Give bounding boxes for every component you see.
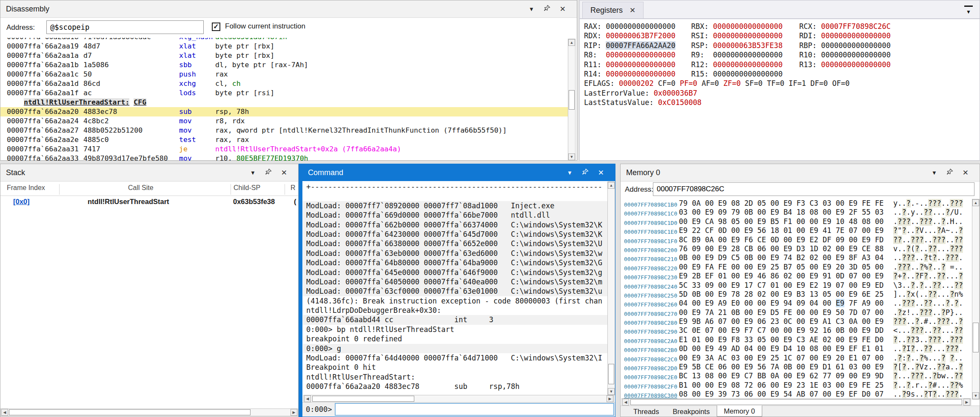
memory-byte[interactable]: E9 bbox=[757, 308, 766, 317]
memory-byte[interactable]: 79 bbox=[731, 208, 740, 216]
memory-byte[interactable]: 00 bbox=[809, 354, 818, 362]
memory-row[interactable]: 00007FF70898C2505D 0B 00 E9 78 28 02 00 … bbox=[621, 290, 973, 299]
memory-byte[interactable]: D0 bbox=[862, 390, 870, 398]
memory-byte[interactable]: AB bbox=[797, 390, 805, 398]
memory-byte[interactable]: 06 bbox=[757, 381, 766, 389]
memory-byte[interactable]: 25 bbox=[875, 381, 883, 389]
memory-byte[interactable]: 01 bbox=[783, 226, 792, 235]
memory-byte[interactable]: 00 bbox=[770, 381, 779, 389]
memory-byte[interactable]: 00 bbox=[770, 199, 779, 207]
close-icon[interactable]: ✕ bbox=[281, 169, 287, 176]
memory-byte[interactable]: 13 bbox=[692, 372, 701, 380]
memory-byte[interactable]: 09 bbox=[836, 372, 844, 380]
memory-byte[interactable]: 00 bbox=[705, 290, 713, 298]
memory-byte[interactable]: 5C bbox=[679, 281, 687, 289]
memory-byte[interactable]: 3D bbox=[849, 263, 858, 271]
memory-byte[interactable]: 01 bbox=[718, 272, 726, 280]
disassembly-vscrollbar[interactable]: ▲ ▼ bbox=[568, 39, 575, 161]
memory-byte[interactable]: E9 bbox=[770, 253, 779, 262]
memory-byte[interactable]: E9 bbox=[705, 299, 713, 307]
memory-byte[interactable]: 06 bbox=[757, 317, 766, 326]
disasm-row[interactable]: 00007ffa`66a2aa204883ec78subrsp, 78h bbox=[0, 107, 568, 116]
memory-row[interactable]: 00007FF70898C27000 E9 7A 21 0B 00 E9 D5 … bbox=[621, 308, 973, 317]
memory-byte[interactable]: E9 bbox=[862, 326, 870, 335]
memory-byte[interactable]: E9 bbox=[862, 372, 870, 380]
memory-byte[interactable]: 00 bbox=[705, 381, 713, 389]
memory-byte[interactable]: 05 bbox=[757, 335, 766, 344]
memory-byte[interactable]: 41 bbox=[823, 226, 831, 235]
memory-byte[interactable]: 03 bbox=[875, 208, 883, 216]
chevron-down-icon[interactable]: ▼ bbox=[529, 6, 534, 12]
col-frame-index[interactable]: Frame Index bbox=[7, 184, 45, 192]
memory-byte[interactable]: 0A bbox=[692, 199, 701, 207]
memory-byte[interactable]: 07 bbox=[836, 281, 844, 289]
memory-byte[interactable]: E9 bbox=[692, 263, 701, 271]
memory-byte[interactable]: 00 bbox=[705, 199, 713, 207]
memory-byte[interactable]: 07 bbox=[849, 272, 858, 280]
memory-row[interactable]: 00007FF70898C2F0B1 00 00 E9 08 72 06 00 … bbox=[621, 381, 973, 390]
memory-byte[interactable]: E9 bbox=[836, 390, 844, 398]
memory-byte[interactable]: E9 bbox=[809, 226, 818, 235]
memory-byte[interactable]: 00 bbox=[731, 363, 740, 371]
memory-byte[interactable]: CE bbox=[862, 244, 870, 253]
memory-byte[interactable]: 03 bbox=[849, 363, 858, 371]
memory-byte[interactable]: 00 bbox=[836, 290, 844, 298]
memory-byte[interactable]: E9 bbox=[875, 317, 883, 326]
memory-byte[interactable]: 25 bbox=[770, 354, 779, 362]
close-icon[interactable]: ✕ bbox=[560, 6, 566, 13]
memory-byte[interactable]: D4 bbox=[783, 344, 792, 353]
memory-byte[interactable]: 04 bbox=[679, 299, 687, 307]
scroll-up-icon[interactable]: ▲ bbox=[608, 182, 615, 189]
memory-byte[interactable]: 00 bbox=[797, 226, 805, 235]
memory-byte[interactable]: 07 bbox=[705, 326, 713, 335]
memory-byte[interactable]: 0B bbox=[679, 253, 687, 262]
scroll-up-icon[interactable]: ▲ bbox=[972, 199, 979, 206]
memory-byte[interactable]: 00 bbox=[744, 299, 753, 307]
memory-byte[interactable]: 2D bbox=[744, 199, 753, 207]
memory-byte[interactable]: 33 bbox=[744, 335, 753, 344]
memory-byte[interactable]: E9 bbox=[744, 272, 753, 280]
memory-byte[interactable]: 08 bbox=[705, 372, 713, 380]
memory-byte[interactable]: 07 bbox=[797, 354, 805, 362]
memory-byte[interactable]: 00 bbox=[875, 354, 883, 362]
memory-byte[interactable]: 2B bbox=[692, 272, 701, 280]
memory-byte[interactable]: 00 bbox=[757, 299, 766, 307]
memory-byte[interactable]: E9 bbox=[836, 344, 844, 353]
register-value[interactable]: 0000000000000000 bbox=[821, 41, 891, 50]
memory-byte[interactable]: 06 bbox=[744, 390, 753, 398]
memory-byte[interactable]: E9 bbox=[731, 281, 740, 289]
memory-byte[interactable]: 00 bbox=[744, 354, 753, 362]
memory-byte[interactable]: 00 bbox=[836, 244, 844, 253]
memory-byte[interactable]: 02 bbox=[809, 253, 818, 262]
scroll-left-icon[interactable]: ◀ bbox=[622, 399, 629, 406]
memory-byte[interactable]: E9 bbox=[757, 263, 766, 271]
memory-byte[interactable]: FE bbox=[862, 335, 870, 344]
tab-registers[interactable]: Registers ✕ bbox=[582, 2, 644, 18]
memory-row[interactable]: 00007FF70898C20076 09 00 E9 28 CB 06 00 … bbox=[621, 244, 973, 253]
memory-byte[interactable]: CA bbox=[705, 217, 713, 226]
scroll-thumb[interactable] bbox=[569, 90, 575, 110]
register-value[interactable]: 0000000000000000 bbox=[606, 70, 675, 78]
memory-byte[interactable]: B5 bbox=[770, 217, 779, 226]
memory-byte[interactable]: E0 bbox=[731, 299, 740, 307]
memory-byte[interactable]: 04 bbox=[809, 299, 818, 307]
memory-byte[interactable]: 92 bbox=[809, 326, 818, 335]
memory-byte[interactable]: 00 bbox=[718, 372, 726, 380]
memory-byte[interactable]: E9 bbox=[679, 363, 687, 371]
memory-row[interactable]: 00007FF70898C1F08C B9 0A 00 E9 F6 CE 0D … bbox=[621, 235, 973, 244]
memory-byte[interactable]: E9 bbox=[692, 217, 701, 226]
memory-byte[interactable]: 0A bbox=[705, 235, 713, 244]
register-value[interactable]: 00007FFA66A2AA20 bbox=[606, 41, 675, 50]
register-value[interactable]: 00007FF70898C26C bbox=[821, 22, 891, 31]
memory-byte[interactable]: EF bbox=[705, 272, 713, 280]
chevron-down-icon[interactable]: ▼ bbox=[932, 170, 937, 176]
memory-byte[interactable]: 88 bbox=[875, 244, 883, 253]
memory-byte[interactable]: 01 bbox=[692, 335, 701, 344]
memory-byte[interactable]: 00 bbox=[692, 253, 701, 262]
memory-byte[interactable]: A9 bbox=[718, 299, 726, 307]
memory-row[interactable]: 00007FF70898C30008 00 E9 39 73 06 00 E9 … bbox=[621, 390, 973, 399]
memory-byte[interactable]: FD bbox=[875, 235, 883, 244]
memory-byte[interactable]: 00 bbox=[770, 326, 779, 335]
memory-byte[interactable]: D9 bbox=[718, 253, 726, 262]
memory-byte[interactable]: E9 bbox=[692, 308, 701, 317]
